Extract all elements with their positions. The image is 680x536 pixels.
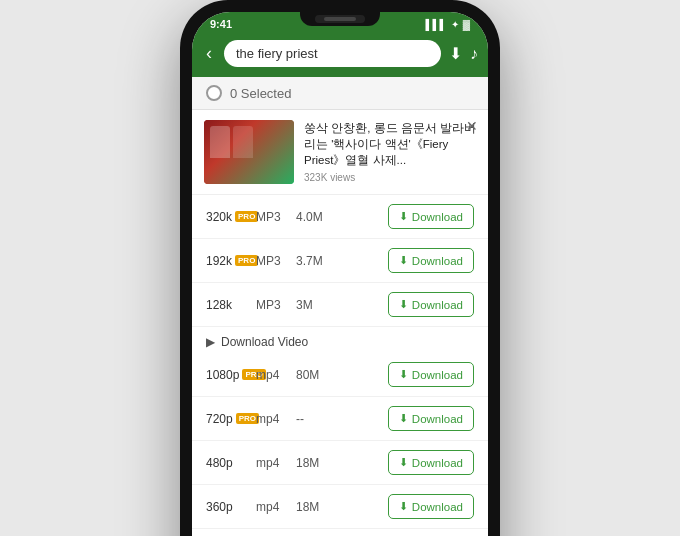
video-title-block: 쑹삭 안창환, 롱드 음문서 발라버리는 '핵사이다 액션'《Fiery Pri… [304, 120, 476, 183]
phone-frame: 9:41 ▌▌▌ ✦ ▓ ‹ the fiery priest ⬇ ♪ 0 Se… [180, 0, 500, 536]
download-header-icon[interactable]: ⬇ [449, 44, 462, 63]
video-quality-0: 1080pPRO [206, 368, 250, 382]
search-bar[interactable]: the fiery priest [224, 40, 441, 67]
video-download-btn-1[interactable]: ⬇ Download [388, 406, 474, 431]
video-download-btn-3[interactable]: ⬇ Download [388, 494, 474, 519]
video-quality-3: 360p [206, 500, 250, 514]
status-time: 9:41 [210, 18, 232, 30]
audio-download-btn-0[interactable]: ⬇ Download [388, 204, 474, 229]
main-content: ✕ 03:46 쑹삭 안창환, 롱드 음문서 발라버리는 '핵사이다 액션 [192, 110, 488, 536]
video-format-2: mp4 [256, 456, 290, 470]
audio-size-1: 3.7M [296, 254, 382, 268]
audio-format-0: MP3 [256, 210, 290, 224]
dl-icon-audio-1: ⬇ [399, 254, 408, 267]
dl-icon-video-1: ⬇ [399, 412, 408, 425]
audio-quality-2: 128k [206, 298, 250, 312]
selected-count: 0 Selected [230, 86, 291, 101]
header: ‹ the fiery priest ⬇ ♪ [192, 34, 488, 77]
header-icons: ⬇ ♪ [449, 44, 478, 63]
video-format-1: mp4 [256, 412, 290, 426]
video-download-btn-0[interactable]: ⬇ Download [388, 362, 474, 387]
selected-circle[interactable] [206, 85, 222, 101]
dl-icon-video-0: ⬇ [399, 368, 408, 381]
pro-badge: PRO [235, 211, 258, 222]
video-rows: 1080pPRO mp4 80M ⬇ Download 720pPRO mp4 … [192, 353, 488, 529]
back-button[interactable]: ‹ [202, 41, 216, 66]
dl-icon-video-2: ⬇ [399, 456, 408, 469]
audio-size-0: 4.0M [296, 210, 382, 224]
audio-format-1: MP3 [256, 254, 290, 268]
notch [315, 15, 365, 23]
video-card: ✕ 03:46 쑹삭 안창환, 롱드 음문서 발라버리는 '핵사이다 액션 [192, 110, 488, 195]
bluetooth-icon: ✦ [451, 19, 459, 30]
dl-icon-audio-0: ⬇ [399, 210, 408, 223]
music-header-icon[interactable]: ♪ [470, 45, 478, 63]
video-views: 323K views [304, 172, 476, 183]
audio-rows: 320kPRO MP3 4.0M ⬇ Download 192kPRO MP3 … [192, 195, 488, 327]
video-info: 03:46 쑹삭 안창환, 롱드 음문서 발라버리는 '핵사이다 액션'《Fie… [204, 120, 476, 184]
audio-row: 320kPRO MP3 4.0M ⬇ Download [192, 195, 488, 239]
video-size-3: 18M [296, 500, 382, 514]
pro-badge: PRO [235, 255, 258, 266]
dl-icon-audio-2: ⬇ [399, 298, 408, 311]
video-section-icon: ▶ [206, 335, 215, 349]
audio-row: 192kPRO MP3 3.7M ⬇ Download [192, 239, 488, 283]
battery-icon: ▓ [463, 19, 470, 30]
signal-icon: ▌▌▌ [425, 19, 446, 30]
video-format-3: mp4 [256, 500, 290, 514]
video-size-0: 80M [296, 368, 382, 382]
video-format-0: mp4 [256, 368, 290, 382]
video-quality-2: 480p [206, 456, 250, 470]
audio-download-btn-2[interactable]: ⬇ Download [388, 292, 474, 317]
video-row: 1080pPRO mp4 80M ⬇ Download [192, 353, 488, 397]
audio-quality-1: 192kPRO [206, 254, 250, 268]
selected-bar: 0 Selected [192, 77, 488, 110]
search-value: the fiery priest [236, 46, 318, 61]
video-section-title: Download Video [221, 335, 308, 349]
video-thumbnail: 03:46 [204, 120, 294, 184]
video-size-1: -- [296, 412, 382, 426]
video-row: 720pPRO mp4 -- ⬇ Download [192, 397, 488, 441]
status-icons: ▌▌▌ ✦ ▓ [425, 19, 470, 30]
audio-quality-0: 320kPRO [206, 210, 250, 224]
dl-icon-video-3: ⬇ [399, 500, 408, 513]
phone-screen: 9:41 ▌▌▌ ✦ ▓ ‹ the fiery priest ⬇ ♪ 0 Se… [192, 12, 488, 536]
audio-download-btn-1[interactable]: ⬇ Download [388, 248, 474, 273]
video-size-2: 18M [296, 456, 382, 470]
video-section-header: ▶ Download Video [192, 327, 488, 353]
video-row: 360p mp4 18M ⬇ Download [192, 485, 488, 529]
audio-row: 128k MP3 3M ⬇ Download [192, 283, 488, 327]
video-quality-1: 720pPRO [206, 412, 250, 426]
video-title: 쑹삭 안창환, 롱드 음문서 발라버리는 '핵사이다 액션'《Fiery Pri… [304, 120, 476, 168]
video-row: 480p mp4 18M ⬇ Download [192, 441, 488, 485]
video-download-btn-2[interactable]: ⬇ Download [388, 450, 474, 475]
close-button[interactable]: ✕ [466, 118, 478, 134]
audio-format-2: MP3 [256, 298, 290, 312]
audio-size-2: 3M [296, 298, 382, 312]
